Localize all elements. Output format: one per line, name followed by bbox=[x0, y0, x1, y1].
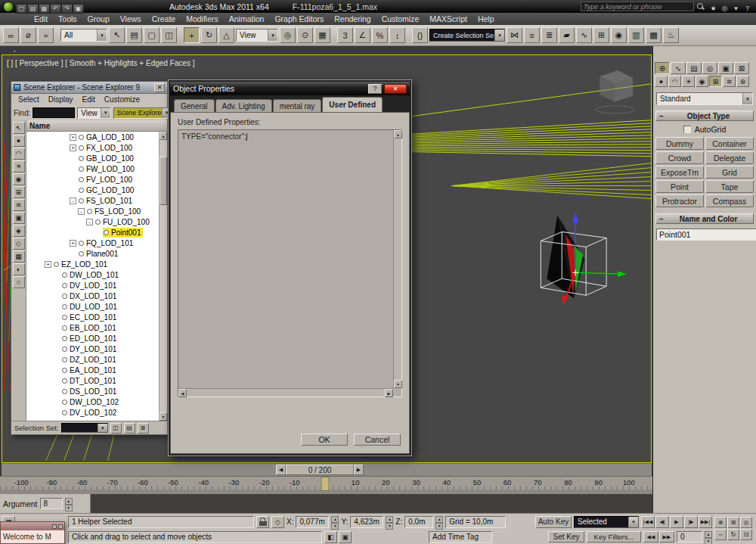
orbit-icon[interactable]: ↻ bbox=[727, 529, 739, 540]
material-editor-icon[interactable]: ◉ bbox=[611, 27, 627, 43]
display-objects-icon[interactable]: ○ bbox=[13, 276, 25, 288]
tree-expander[interactable]: + bbox=[70, 145, 76, 151]
auto-key-button[interactable]: Auto Key bbox=[535, 516, 572, 528]
percent-snap-toggle-icon[interactable]: % bbox=[372, 27, 388, 43]
next-frame-arrow-icon[interactable]: ▶ bbox=[354, 465, 364, 475]
tree-row[interactable]: DS_LOD_101 bbox=[26, 386, 167, 396]
shapes-category-icon[interactable]: ◠ bbox=[668, 76, 681, 87]
select-and-manipulate-icon[interactable]: ⊙ bbox=[297, 27, 313, 43]
close-icon[interactable]: ✕ bbox=[384, 84, 407, 94]
horizontal-scrollbar[interactable]: ◀ ▶ bbox=[178, 388, 393, 396]
absolute-offset-mode-icon[interactable]: ◇ bbox=[271, 516, 284, 528]
object-type-button[interactable]: Tape bbox=[705, 180, 754, 193]
object-type-button[interactable]: Container bbox=[705, 137, 754, 150]
window-crossing-toggle-icon[interactable]: ◫ bbox=[161, 27, 177, 43]
graphite-ribbon-icon[interactable]: ▰ bbox=[559, 27, 575, 43]
hierarchy-tab-icon[interactable]: ▤ bbox=[686, 62, 702, 74]
cameras-category-icon[interactable]: ◉ bbox=[696, 76, 708, 87]
menu-item[interactable]: Animation bbox=[224, 14, 270, 23]
tree-row[interactable]: + FX_LOD_100 bbox=[26, 142, 167, 153]
tree-expander[interactable]: - bbox=[70, 197, 76, 204]
keyboard-shortcut-override-icon[interactable]: ▦ bbox=[314, 27, 330, 43]
dialog-tab[interactable]: General bbox=[174, 99, 215, 112]
pan-view-icon[interactable]: ⇔ bbox=[714, 529, 727, 540]
selection-set-dropdown[interactable]: ▼ bbox=[61, 423, 108, 433]
rendered-frame-window-icon[interactable]: ▩ bbox=[646, 27, 662, 43]
display-helpers-icon[interactable]: ⊞ bbox=[13, 186, 25, 198]
search-icon[interactable] bbox=[696, 2, 705, 11]
play-animation-button[interactable]: ▶ bbox=[670, 516, 683, 528]
name-column-header[interactable]: Name bbox=[26, 120, 167, 132]
user-defined-properties-textarea[interactable]: TYPE="connector"; ▲ ▼ ◀ ▶ bbox=[178, 129, 402, 397]
undo-icon[interactable]: ↶ bbox=[50, 4, 61, 14]
tree-row[interactable]: ED_LOD_101 bbox=[26, 333, 167, 343]
argument-field[interactable]: 8 bbox=[40, 498, 63, 509]
vertical-scrollbar[interactable]: ▲ ▼ bbox=[393, 130, 401, 388]
tree-row[interactable]: GC_LOD_100 bbox=[26, 185, 167, 195]
scroll-right-icon[interactable]: ▶ bbox=[385, 389, 393, 397]
display-materials-icon[interactable]: ◐ bbox=[13, 263, 25, 275]
3ds-max-logo-icon[interactable] bbox=[3, 2, 14, 12]
create-tab-icon[interactable]: ⊕ bbox=[655, 62, 670, 74]
render-production-icon[interactable]: ♨ bbox=[663, 27, 679, 43]
lights-category-icon[interactable]: ☀ bbox=[682, 76, 695, 87]
project-folder-icon[interactable]: ▣ bbox=[73, 4, 84, 14]
display-geometry-icon[interactable]: ● bbox=[13, 135, 25, 147]
tree-row[interactable]: FW_LOD_100 bbox=[26, 163, 167, 174]
edit-named-selection-sets-icon[interactable]: {} bbox=[412, 27, 428, 43]
previous-key-button[interactable]: ◀◀ bbox=[643, 531, 658, 542]
collapse-icon[interactable]: − bbox=[659, 215, 667, 223]
tree-row[interactable]: EC_LOD_101 bbox=[26, 312, 167, 322]
name-and-color-rollout[interactable]: − Name and Color bbox=[655, 213, 754, 224]
menu-item[interactable]: Rendering bbox=[329, 14, 376, 23]
isolate-mode-icon[interactable]: ◧ bbox=[324, 531, 337, 543]
view-dropdown[interactable]: View ▼ bbox=[77, 107, 111, 119]
tree-scrollbar[interactable]: ▲ ▼ bbox=[159, 132, 167, 421]
explorer-name-dropdown[interactable]: Scene Explorer ▼ bbox=[113, 107, 172, 119]
cancel-button[interactable]: Cancel bbox=[354, 434, 401, 446]
previous-frame-button[interactable]: ◀| bbox=[655, 516, 669, 528]
unlink-selection-icon[interactable]: ⌀ bbox=[20, 27, 36, 43]
tree-expander[interactable]: + bbox=[45, 261, 51, 268]
welcome-window[interactable]: Welcome to M bbox=[0, 521, 65, 544]
x-coordinate-field[interactable]: 0,077m bbox=[296, 516, 329, 528]
tree-row[interactable]: - FU_LOD_100 bbox=[26, 216, 167, 227]
tree-row[interactable]: DZ_LOD_101 bbox=[26, 354, 167, 365]
time-slider-thumb[interactable]: ◀ 0 / 200 ▶ bbox=[276, 465, 364, 475]
x-spinner[interactable]: ▲▼ bbox=[331, 516, 339, 528]
maximize-viewport-icon[interactable]: ⊡ bbox=[740, 529, 752, 540]
scroll-up-icon[interactable]: ▲ bbox=[160, 132, 167, 140]
menu-item[interactable]: Create bbox=[147, 14, 181, 23]
selection-lock-icon[interactable] bbox=[256, 516, 269, 528]
tree-row[interactable]: - FS_LOD_101 bbox=[26, 195, 167, 206]
object-type-button[interactable]: Delegate bbox=[705, 151, 754, 164]
previous-frame-arrow-icon[interactable]: ◀ bbox=[276, 465, 286, 475]
y-spinner[interactable]: ▲▼ bbox=[386, 516, 393, 528]
z-coordinate-field[interactable]: 0,0m bbox=[404, 516, 433, 528]
display-lights-icon[interactable]: ☀ bbox=[13, 160, 25, 173]
set-key-button[interactable]: Set Key bbox=[548, 531, 584, 542]
go-to-start-button[interactable]: |◀◀ bbox=[641, 516, 655, 528]
current-frame-field[interactable]: 0 bbox=[677, 531, 702, 542]
go-to-end-button[interactable]: ▶▶| bbox=[699, 516, 712, 528]
align-icon[interactable]: ≡ bbox=[524, 27, 540, 43]
tree-row[interactable]: DY_LOD_101 bbox=[26, 343, 167, 354]
helper-class-dropdown[interactable]: Standard ▼ bbox=[656, 92, 753, 105]
select-and-rotate-icon[interactable]: ↻ bbox=[201, 27, 217, 43]
angle-snap-toggle-icon[interactable]: ∠ bbox=[355, 27, 370, 43]
find-input[interactable] bbox=[33, 107, 75, 118]
display-bones-icon[interactable]: ◇ bbox=[13, 238, 25, 250]
utilities-tab-icon[interactable]: ⊠ bbox=[734, 62, 749, 74]
tree-expander[interactable]: - bbox=[78, 208, 85, 215]
key-mode-dropdown[interactable]: Selected ▼ bbox=[574, 516, 639, 528]
search-input[interactable] bbox=[581, 2, 694, 11]
save-file-icon[interactable]: ▦ bbox=[39, 4, 50, 14]
edit-selection-set-icon[interactable]: ◫ bbox=[110, 423, 122, 434]
display-groups-icon[interactable]: ▣ bbox=[13, 212, 25, 224]
menu-item[interactable]: Customize bbox=[376, 14, 425, 23]
zoom-extents-icon[interactable]: ◎ bbox=[740, 517, 752, 528]
object-type-button[interactable]: Crowd bbox=[655, 151, 704, 164]
tree-row[interactable]: DX_LOD_101 bbox=[26, 291, 167, 301]
help-icon[interactable]: ? bbox=[368, 84, 382, 94]
modify-tab-icon[interactable]: ∿ bbox=[671, 62, 686, 74]
